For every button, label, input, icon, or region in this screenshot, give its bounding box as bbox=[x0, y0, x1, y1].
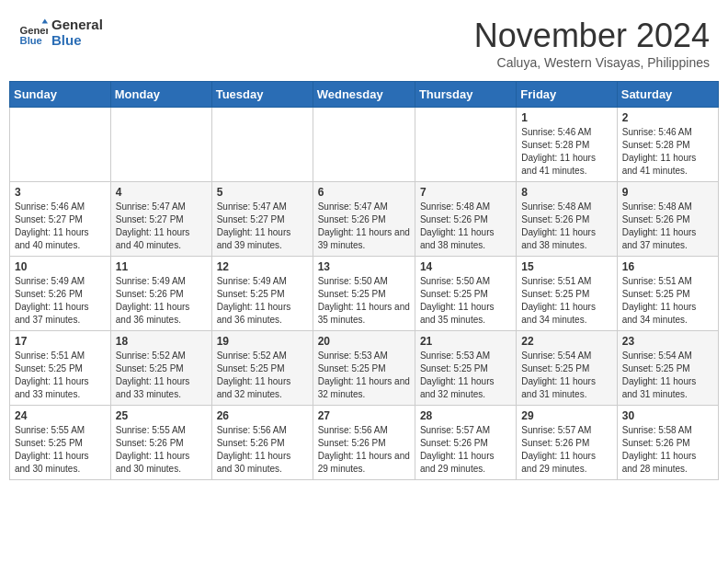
day-info: Sunrise: 5:46 AM Sunset: 5:28 PM Dayligh… bbox=[521, 126, 611, 178]
day-number: 3 bbox=[15, 186, 106, 199]
logo-icon: General Blue bbox=[18, 17, 48, 47]
day-info: Sunrise: 5:51 AM Sunset: 5:25 PM Dayligh… bbox=[15, 350, 106, 401]
day-number: 11 bbox=[116, 260, 207, 273]
calendar-table: SundayMondayTuesdayWednesdayThursdayFrid… bbox=[9, 81, 719, 480]
calendar-cell: 7Sunrise: 5:48 AM Sunset: 5:26 PM Daylig… bbox=[415, 182, 516, 257]
day-info: Sunrise: 5:54 AM Sunset: 5:25 PM Dayligh… bbox=[521, 350, 611, 401]
calendar-cell: 10Sunrise: 5:49 AM Sunset: 5:26 PM Dayli… bbox=[10, 257, 111, 331]
calendar-cell: 19Sunrise: 5:52 AM Sunset: 5:25 PM Dayli… bbox=[211, 331, 313, 406]
location-subtitle: Caluya, Western Visayas, Philippines bbox=[474, 55, 710, 70]
calendar-cell: 30Sunrise: 5:58 AM Sunset: 5:26 PM Dayli… bbox=[617, 406, 718, 480]
day-info: Sunrise: 5:52 AM Sunset: 5:25 PM Dayligh… bbox=[116, 350, 207, 401]
calendar-cell: 15Sunrise: 5:51 AM Sunset: 5:25 PM Dayli… bbox=[517, 257, 617, 331]
day-info: Sunrise: 5:49 AM Sunset: 5:26 PM Dayligh… bbox=[15, 275, 106, 327]
calendar-cell: 28Sunrise: 5:57 AM Sunset: 5:26 PM Dayli… bbox=[415, 406, 516, 480]
day-info: Sunrise: 5:46 AM Sunset: 5:27 PM Dayligh… bbox=[15, 201, 106, 252]
calendar-cell: 18Sunrise: 5:52 AM Sunset: 5:25 PM Dayli… bbox=[110, 331, 211, 406]
day-info: Sunrise: 5:52 AM Sunset: 5:25 PM Dayligh… bbox=[217, 350, 308, 401]
day-number: 2 bbox=[622, 111, 713, 124]
day-number: 4 bbox=[116, 186, 207, 199]
calendar-cell bbox=[313, 108, 415, 182]
weekday-header-thursday: Thursday bbox=[415, 82, 516, 108]
day-number: 21 bbox=[420, 335, 511, 348]
week-row-1: 1Sunrise: 5:46 AM Sunset: 5:28 PM Daylig… bbox=[10, 108, 719, 182]
weekday-header-monday: Monday bbox=[110, 82, 211, 108]
day-number: 25 bbox=[116, 409, 207, 422]
day-info: Sunrise: 5:48 AM Sunset: 5:26 PM Dayligh… bbox=[521, 201, 611, 252]
calendar-cell: 5Sunrise: 5:47 AM Sunset: 5:27 PM Daylig… bbox=[211, 182, 313, 257]
weekday-header-sunday: Sunday bbox=[10, 82, 111, 108]
day-info: Sunrise: 5:51 AM Sunset: 5:25 PM Dayligh… bbox=[521, 275, 611, 327]
day-number: 29 bbox=[521, 409, 611, 422]
day-info: Sunrise: 5:55 AM Sunset: 5:26 PM Dayligh… bbox=[116, 424, 207, 476]
day-info: Sunrise: 5:54 AM Sunset: 5:25 PM Dayligh… bbox=[622, 350, 713, 401]
day-info: Sunrise: 5:46 AM Sunset: 5:28 PM Dayligh… bbox=[622, 126, 713, 178]
day-info: Sunrise: 5:49 AM Sunset: 5:25 PM Dayligh… bbox=[217, 275, 308, 327]
logo: General Blue General Blue bbox=[18, 17, 103, 48]
calendar-cell: 6Sunrise: 5:47 AM Sunset: 5:26 PM Daylig… bbox=[313, 182, 415, 257]
weekday-header-friday: Friday bbox=[517, 82, 617, 108]
title-block: November 2024 Caluya, Western Visayas, P… bbox=[474, 17, 710, 70]
day-info: Sunrise: 5:49 AM Sunset: 5:26 PM Dayligh… bbox=[116, 275, 207, 327]
svg-text:Blue: Blue bbox=[20, 35, 42, 46]
logo-general: General bbox=[51, 17, 103, 32]
calendar-cell bbox=[415, 108, 516, 182]
weekday-header-row: SundayMondayTuesdayWednesdayThursdayFrid… bbox=[10, 82, 719, 108]
calendar-cell: 27Sunrise: 5:56 AM Sunset: 5:26 PM Dayli… bbox=[313, 406, 415, 480]
week-row-5: 24Sunrise: 5:55 AM Sunset: 5:25 PM Dayli… bbox=[10, 406, 719, 480]
day-info: Sunrise: 5:53 AM Sunset: 5:25 PM Dayligh… bbox=[318, 350, 410, 401]
day-info: Sunrise: 5:56 AM Sunset: 5:26 PM Dayligh… bbox=[217, 424, 308, 476]
day-number: 15 bbox=[521, 260, 611, 273]
calendar-cell: 24Sunrise: 5:55 AM Sunset: 5:25 PM Dayli… bbox=[10, 406, 111, 480]
week-row-2: 3Sunrise: 5:46 AM Sunset: 5:27 PM Daylig… bbox=[10, 182, 719, 257]
day-number: 13 bbox=[318, 260, 410, 273]
day-number: 24 bbox=[15, 409, 106, 422]
calendar-cell: 14Sunrise: 5:50 AM Sunset: 5:25 PM Dayli… bbox=[415, 257, 516, 331]
weekday-header-tuesday: Tuesday bbox=[211, 82, 313, 108]
day-number: 19 bbox=[217, 335, 308, 348]
day-info: Sunrise: 5:55 AM Sunset: 5:25 PM Dayligh… bbox=[15, 424, 106, 476]
calendar-cell: 9Sunrise: 5:48 AM Sunset: 5:26 PM Daylig… bbox=[617, 182, 718, 257]
calendar-cell bbox=[110, 108, 211, 182]
day-number: 22 bbox=[521, 335, 611, 348]
calendar-cell: 16Sunrise: 5:51 AM Sunset: 5:25 PM Dayli… bbox=[617, 257, 718, 331]
calendar-cell bbox=[211, 108, 313, 182]
day-number: 6 bbox=[318, 186, 410, 199]
calendar-cell: 1Sunrise: 5:46 AM Sunset: 5:28 PM Daylig… bbox=[517, 108, 617, 182]
calendar-cell bbox=[10, 108, 111, 182]
weekday-header-saturday: Saturday bbox=[617, 82, 718, 108]
day-info: Sunrise: 5:53 AM Sunset: 5:25 PM Dayligh… bbox=[420, 350, 511, 401]
day-info: Sunrise: 5:47 AM Sunset: 5:27 PM Dayligh… bbox=[217, 201, 308, 252]
day-info: Sunrise: 5:56 AM Sunset: 5:26 PM Dayligh… bbox=[318, 424, 410, 476]
calendar-cell: 22Sunrise: 5:54 AM Sunset: 5:25 PM Dayli… bbox=[517, 331, 617, 406]
day-number: 23 bbox=[622, 335, 713, 348]
day-info: Sunrise: 5:47 AM Sunset: 5:27 PM Dayligh… bbox=[116, 201, 207, 252]
calendar-cell: 29Sunrise: 5:57 AM Sunset: 5:26 PM Dayli… bbox=[517, 406, 617, 480]
day-info: Sunrise: 5:50 AM Sunset: 5:25 PM Dayligh… bbox=[420, 275, 511, 327]
day-number: 8 bbox=[521, 186, 611, 199]
calendar-cell: 20Sunrise: 5:53 AM Sunset: 5:25 PM Dayli… bbox=[313, 331, 415, 406]
day-number: 16 bbox=[622, 260, 713, 273]
calendar-cell: 13Sunrise: 5:50 AM Sunset: 5:25 PM Dayli… bbox=[313, 257, 415, 331]
calendar-cell: 26Sunrise: 5:56 AM Sunset: 5:26 PM Dayli… bbox=[211, 406, 313, 480]
month-title: November 2024 bbox=[474, 17, 710, 55]
week-row-3: 10Sunrise: 5:49 AM Sunset: 5:26 PM Dayli… bbox=[10, 257, 719, 331]
day-number: 30 bbox=[622, 409, 713, 422]
day-number: 17 bbox=[15, 335, 106, 348]
calendar-cell: 8Sunrise: 5:48 AM Sunset: 5:26 PM Daylig… bbox=[517, 182, 617, 257]
day-number: 7 bbox=[420, 186, 511, 199]
weekday-header-wednesday: Wednesday bbox=[313, 82, 415, 108]
logo-blue: Blue bbox=[51, 32, 103, 48]
calendar-cell: 11Sunrise: 5:49 AM Sunset: 5:26 PM Dayli… bbox=[110, 257, 211, 331]
day-info: Sunrise: 5:57 AM Sunset: 5:26 PM Dayligh… bbox=[521, 424, 611, 476]
calendar-cell: 4Sunrise: 5:47 AM Sunset: 5:27 PM Daylig… bbox=[110, 182, 211, 257]
day-info: Sunrise: 5:51 AM Sunset: 5:25 PM Dayligh… bbox=[622, 275, 713, 327]
week-row-4: 17Sunrise: 5:51 AM Sunset: 5:25 PM Dayli… bbox=[10, 331, 719, 406]
calendar-cell: 17Sunrise: 5:51 AM Sunset: 5:25 PM Dayli… bbox=[10, 331, 111, 406]
day-info: Sunrise: 5:48 AM Sunset: 5:26 PM Dayligh… bbox=[622, 201, 713, 252]
day-number: 20 bbox=[318, 335, 410, 348]
calendar-cell: 25Sunrise: 5:55 AM Sunset: 5:26 PM Dayli… bbox=[110, 406, 211, 480]
day-info: Sunrise: 5:48 AM Sunset: 5:26 PM Dayligh… bbox=[420, 201, 511, 252]
day-number: 1 bbox=[521, 111, 611, 124]
day-number: 9 bbox=[622, 186, 713, 199]
